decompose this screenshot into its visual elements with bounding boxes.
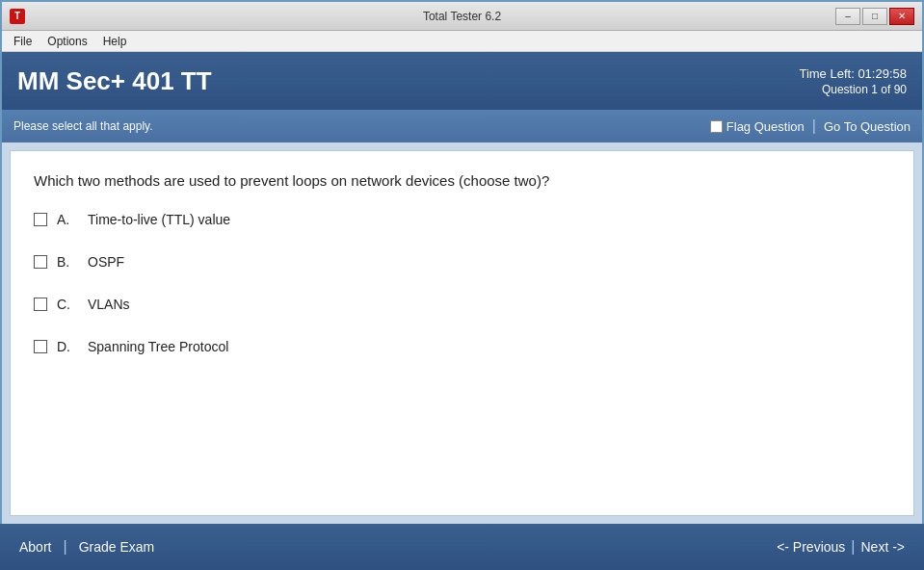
title-bar-left: T — [10, 9, 25, 24]
answer-text-d: Spanning Tree Protocol — [88, 339, 228, 354]
menu-options[interactable]: Options — [40, 33, 94, 50]
menu-help[interactable]: Help — [95, 33, 135, 50]
header-info: Time Left: 01:29:58 Question 1 of 90 — [799, 66, 907, 96]
answer-text-a: Time-to-live (TTL) value — [88, 212, 230, 227]
answer-label-a: A. — [57, 212, 80, 227]
time-left-value: 01:29:58 — [858, 66, 907, 81]
menu-file[interactable]: File — [6, 33, 40, 50]
close-button[interactable]: ✕ — [889, 8, 914, 25]
toolbar-separator: | — [812, 117, 816, 135]
instruction-text: Please select all that apply. — [13, 119, 153, 133]
checkbox-c[interactable] — [34, 298, 47, 311]
toolbar: Please select all that apply. Flag Quest… — [2, 110, 922, 142]
minimize-button[interactable]: – — [835, 8, 860, 25]
answer-option-b: B. OSPF — [34, 254, 890, 270]
window-controls: – □ ✕ — [835, 8, 914, 25]
answer-text-c: VLANs — [88, 297, 130, 312]
toolbar-right: Flag Question | Go To Question — [710, 117, 911, 135]
footer-separator-1: | — [63, 538, 66, 556]
next-button[interactable]: Next -> — [855, 535, 911, 558]
footer: Abort | Grade Exam <- Previous | Next -> — [0, 524, 924, 570]
checkbox-d[interactable] — [34, 340, 47, 353]
checkbox-a[interactable] — [34, 213, 47, 226]
footer-left: Abort | Grade Exam — [13, 535, 160, 558]
answer-option-a: A. Time-to-live (TTL) value — [34, 212, 890, 227]
flag-question-checkbox[interactable] — [710, 120, 723, 133]
checkbox-b[interactable] — [34, 255, 47, 269]
question-area: Which two methods are used to prevent lo… — [10, 150, 914, 516]
previous-button[interactable]: <- Previous — [771, 535, 851, 558]
app-header: MM Sec+ 401 TT Time Left: 01:29:58 Quest… — [2, 52, 922, 110]
grade-exam-button[interactable]: Grade Exam — [73, 535, 161, 558]
window-title: Total Tester 6.2 — [423, 10, 501, 23]
go-to-question-button[interactable]: Go To Question — [824, 119, 911, 134]
footer-right: <- Previous | Next -> — [771, 535, 911, 558]
time-left-label: Time Left: — [799, 66, 854, 81]
time-display: Time Left: 01:29:58 — [799, 66, 907, 81]
flag-question-label: Flag Question — [726, 119, 805, 134]
answer-option-c: C. VLANs — [34, 297, 890, 312]
app-icon: T — [10, 9, 25, 24]
answer-label-b: B. — [57, 254, 80, 270]
question-text: Which two methods are used to prevent lo… — [34, 170, 890, 193]
exam-title: MM Sec+ 401 TT — [17, 66, 212, 96]
flag-question-container[interactable]: Flag Question — [710, 119, 805, 134]
menu-bar: File Options Help — [2, 31, 922, 52]
answer-label-d: D. — [57, 339, 80, 354]
restore-button[interactable]: □ — [862, 8, 887, 25]
question-counter: Question 1 of 90 — [799, 83, 907, 96]
title-bar: T Total Tester 6.2 – □ ✕ — [2, 2, 922, 31]
abort-button[interactable]: Abort — [13, 535, 57, 558]
answer-label-c: C. — [57, 297, 80, 312]
answer-text-b: OSPF — [88, 254, 124, 270]
answer-option-d: D. Spanning Tree Protocol — [34, 339, 890, 354]
